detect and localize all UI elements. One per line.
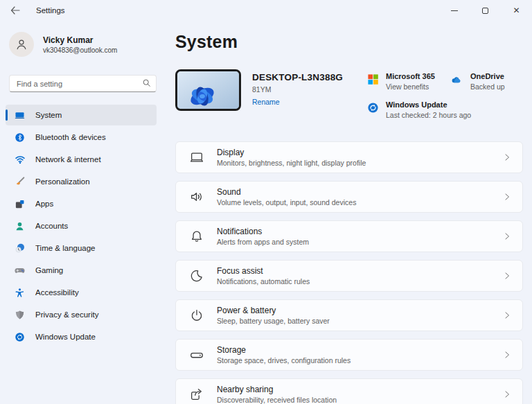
back-button[interactable] bbox=[4, 2, 26, 19]
settings-row-notifications[interactable]: Notifications Alerts from apps and syste… bbox=[175, 220, 523, 252]
sidebar-item-label: System bbox=[35, 111, 62, 119]
chevron-right-icon bbox=[503, 153, 511, 161]
rename-link[interactable]: Rename bbox=[252, 98, 367, 106]
row-text: Display Monitors, brightness, night ligh… bbox=[217, 148, 366, 167]
device-header: DESKTOP-L3N388G 81YM Rename Microsoft 36… bbox=[175, 69, 523, 119]
sidebar-item-label: Accessibility bbox=[35, 288, 79, 297]
microsoft-logo bbox=[367, 73, 379, 85]
profile[interactable]: Vicky Kumar vk304836@outlook.com bbox=[9, 32, 166, 57]
sidebar-item-personalization[interactable]: Personalization bbox=[6, 171, 157, 192]
row-title: Storage bbox=[217, 345, 351, 355]
row-title: Focus assist bbox=[217, 266, 310, 276]
windows-update-title: Windows Update bbox=[386, 100, 471, 109]
row-subtitle: Discoverability, received files location bbox=[217, 396, 337, 404]
device-name: DESKTOP-L3N388G bbox=[252, 72, 367, 82]
sidebar-item-label: Accounts bbox=[35, 222, 68, 230]
row-subtitle: Volume levels, output, input, sound devi… bbox=[217, 198, 356, 207]
sidebar-item-accounts[interactable]: Accounts bbox=[6, 216, 157, 236]
sidebar-item-gaming[interactable]: Gaming bbox=[6, 260, 157, 281]
chevron-right-icon bbox=[503, 232, 511, 240]
accounts-icon bbox=[14, 220, 26, 232]
main-content: System bbox=[175, 21, 523, 404]
window-title: Settings bbox=[36, 6, 65, 15]
row-subtitle: Alerts from apps and system bbox=[217, 238, 309, 246]
sidebar-item-network-internet[interactable]: Network & internet bbox=[6, 149, 157, 170]
row-title: Sound bbox=[217, 187, 356, 197]
close-button[interactable]: ✕ bbox=[501, 0, 532, 21]
onedrive-card[interactable]: OneDrive Backed up bbox=[449, 72, 523, 91]
chevron-right-icon bbox=[503, 351, 511, 359]
microsoft-365-subtitle: View benefits bbox=[386, 82, 435, 91]
row-subtitle: Monitors, brightness, night light, displ… bbox=[217, 159, 366, 167]
chevron-right-icon bbox=[503, 272, 511, 280]
row-title: Notifications bbox=[217, 227, 309, 236]
display-icon bbox=[189, 150, 204, 165]
chevron-right-icon bbox=[503, 193, 511, 201]
settings-window: Settings ✕ Vicky Kumar vk304836@outlook.… bbox=[0, 0, 532, 404]
microsoft-365-title: Microsoft 365 bbox=[386, 72, 435, 80]
settings-row-nearby-sharing[interactable]: Nearby sharing Discoverability, received… bbox=[175, 378, 523, 404]
sidebar-item-label: Windows Update bbox=[35, 333, 96, 341]
row-text: Nearby sharing Discoverability, received… bbox=[217, 385, 337, 404]
sidebar-item-label: Time & language bbox=[35, 244, 96, 252]
system-icon bbox=[14, 109, 26, 121]
sidebar-item-accessibility[interactable]: Accessibility bbox=[6, 282, 157, 303]
network-icon bbox=[14, 154, 26, 166]
row-title: Display bbox=[217, 148, 366, 157]
accessibility-icon bbox=[14, 287, 26, 299]
search-input[interactable] bbox=[9, 75, 157, 92]
windows-update-icon bbox=[367, 102, 379, 114]
sidebar-nav: System Bluetooth & devices Network & int… bbox=[0, 105, 166, 347]
sidebar-item-windows-update[interactable]: Windows Update bbox=[6, 326, 157, 347]
person-icon bbox=[15, 37, 28, 51]
settings-row-sound[interactable]: Sound Volume levels, output, input, soun… bbox=[175, 181, 523, 213]
onedrive-cloud-icon bbox=[449, 75, 463, 85]
settings-row-storage[interactable]: Storage Storage space, drives, configura… bbox=[175, 339, 523, 371]
device-model: 81YM bbox=[252, 85, 367, 94]
notifications-icon bbox=[189, 229, 204, 244]
settings-row-display[interactable]: Display Monitors, brightness, night ligh… bbox=[175, 141, 523, 173]
quick-status: Microsoft 365 View benefits OneDrive Bac… bbox=[367, 69, 523, 119]
focus-assist-icon bbox=[189, 268, 204, 283]
power-icon bbox=[189, 308, 204, 323]
settings-row-power-battery[interactable]: Power & battery Sleep, battery usage, ba… bbox=[175, 299, 523, 331]
windows-update-icon bbox=[14, 331, 26, 343]
settings-row-focus-assist[interactable]: Focus assist Notifications, automatic ru… bbox=[175, 260, 523, 292]
sidebar-item-label: Network & internet bbox=[35, 155, 101, 164]
window-controls: ✕ bbox=[438, 0, 532, 21]
onedrive-title: OneDrive bbox=[470, 72, 505, 80]
row-subtitle: Sleep, battery usage, battery saver bbox=[217, 317, 330, 325]
windows-update-subtitle: Last checked: 2 hours ago bbox=[386, 111, 471, 119]
bluetooth-icon bbox=[14, 132, 26, 143]
search-box bbox=[9, 75, 157, 92]
sound-icon bbox=[189, 189, 204, 204]
page-title: System bbox=[175, 30, 523, 53]
sidebar-item-label: Privacy & security bbox=[35, 310, 98, 319]
row-subtitle: Storage space, drives, configuration rul… bbox=[217, 356, 351, 365]
privacy-security-icon bbox=[14, 309, 26, 321]
sidebar-item-label: Bluetooth & devices bbox=[35, 133, 106, 141]
sidebar-item-bluetooth-devices[interactable]: Bluetooth & devices bbox=[6, 127, 157, 148]
sidebar-item-label: Personalization bbox=[35, 177, 90, 186]
avatar bbox=[9, 32, 34, 57]
row-text: Focus assist Notifications, automatic ru… bbox=[217, 266, 310, 286]
sidebar: Vicky Kumar vk304836@outlook.com System bbox=[0, 21, 166, 404]
row-text: Notifications Alerts from apps and syste… bbox=[217, 227, 309, 246]
profile-text: Vicky Kumar vk304836@outlook.com bbox=[43, 35, 117, 54]
minimize-button[interactable] bbox=[438, 0, 470, 21]
sidebar-item-system[interactable]: System bbox=[6, 105, 157, 125]
left-arrow-icon bbox=[10, 6, 20, 15]
microsoft-365-card[interactable]: Microsoft 365 View benefits bbox=[367, 72, 449, 91]
onedrive-text: OneDrive Backed up bbox=[470, 72, 505, 91]
chevron-right-icon bbox=[503, 390, 511, 398]
maximize-button[interactable] bbox=[470, 0, 501, 21]
nearby-sharing-icon bbox=[189, 387, 204, 402]
sidebar-item-privacy-security[interactable]: Privacy & security bbox=[6, 304, 157, 325]
search-icon bbox=[142, 78, 151, 87]
sidebar-item-time-language[interactable]: Time & language bbox=[6, 238, 157, 258]
row-title: Power & battery bbox=[217, 306, 330, 315]
windows-update-card[interactable]: Windows Update Last checked: 2 hours ago bbox=[367, 100, 449, 119]
titlebar: Settings ✕ bbox=[0, 0, 532, 21]
sidebar-item-apps[interactable]: Apps bbox=[6, 193, 157, 214]
sidebar-item-label: Gaming bbox=[35, 266, 63, 274]
